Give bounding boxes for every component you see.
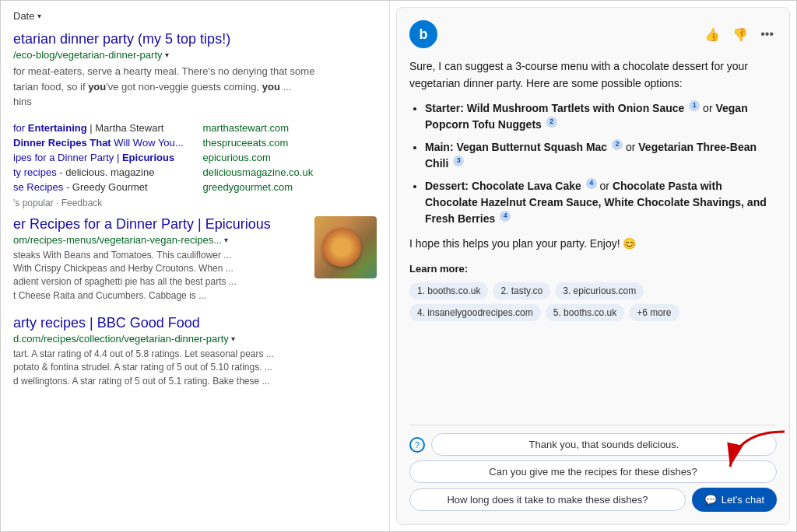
related-link-right-3: deliciousmagazine.co.uk xyxy=(203,166,377,178)
suggestion-button-3[interactable]: How long does it take to make these dish… xyxy=(409,488,686,511)
date-filter-label: Date xyxy=(13,10,34,22)
search-result-2: er Recipes for a Dinner Party | Epicurio… xyxy=(13,216,377,303)
related-links-block: for Entertaining | Martha Stewart martha… xyxy=(13,122,377,208)
chat-icon: 💬 xyxy=(704,494,717,506)
learn-link-2[interactable]: 2. tasty.co xyxy=(493,282,550,299)
lets-chat-label: Let's chat xyxy=(722,494,764,506)
related-link-right-0: marthastewart.com xyxy=(203,122,377,134)
related-link-left-3[interactable]: ty recipes - delicious. magazine xyxy=(13,166,188,178)
related-link-left-1[interactable]: Dinner Recipes That Will Wow You... xyxy=(13,137,188,149)
bing-action-buttons: 👍 👎 ••• xyxy=(701,26,777,44)
result-2-snippets: steaks With Beans and Tomatoes. This cau… xyxy=(13,249,305,303)
result-2-url[interactable]: om/recipes-menus/vegetarian-vegan-recipe… xyxy=(13,234,305,246)
related-link-left-0[interactable]: for Entertaining | Martha Stewart xyxy=(13,122,188,134)
result-1-url[interactable]: /eco-blog/vegetarian-dinner-party ▾ xyxy=(13,49,377,61)
url-arrow-icon: ▾ xyxy=(165,51,169,59)
learn-more-section: Learn more: 1. booths.co.uk 2. tasty.co … xyxy=(409,261,777,321)
suggestions-section: ? Thank you, that sounds delicious. Can … xyxy=(409,425,777,512)
ai-list-item-main: Main: Vegan Butternut Squash Mac 2 or Ve… xyxy=(425,139,777,172)
suggestion-button-1[interactable]: Thank you, that sounds delicious. xyxy=(431,433,777,456)
date-filter[interactable]: Date ▾ xyxy=(13,10,377,22)
ai-intro-text: Sure, I can suggest a 3-course menu with… xyxy=(409,58,777,93)
search-result-3: arty recipes | BBC Good Food d.com/recip… xyxy=(13,315,377,388)
url-arrow-3-icon: ▾ xyxy=(231,334,235,343)
result-2-image xyxy=(314,216,377,278)
related-link-right-2: epicurious.com xyxy=(203,152,377,163)
ai-menu-list: Starter: Wild Mushroom Tartlets with Oni… xyxy=(409,100,777,227)
url-arrow-2-icon: ▾ xyxy=(224,236,228,244)
thumbs-up-button[interactable]: 👍 xyxy=(701,26,723,44)
ref-4[interactable]: 3 xyxy=(453,156,464,166)
ref-2[interactable]: 2 xyxy=(546,117,557,128)
result-3-snippets: tart. A star rating of 4.4 out of 5.8 ra… xyxy=(13,348,377,388)
learn-link-5[interactable]: 5. booths.co.uk xyxy=(546,304,624,321)
chevron-down-icon: ▾ xyxy=(37,12,41,20)
related-link-left-4[interactable]: se Recipes - Greedy Gourmet xyxy=(13,181,188,193)
learn-link-more[interactable]: +6 more xyxy=(629,304,679,321)
result-2-text: er Recipes for a Dinner Party | Epicurio… xyxy=(13,216,305,303)
learn-more-links: 1. booths.co.uk 2. tasty.co 3. epicuriou… xyxy=(409,282,777,321)
related-link-right-4: greedygourmet.com xyxy=(203,181,377,193)
result-3-title[interactable]: arty recipes | BBC Good Food xyxy=(13,315,377,331)
question-icon-1: ? xyxy=(409,437,425,453)
related-grid: for Entertaining | Martha Stewart martha… xyxy=(13,122,377,193)
ref-1[interactable]: 1 xyxy=(689,100,700,111)
ref-3[interactable]: 2 xyxy=(612,139,623,150)
ai-list-item-dessert: Dessert: Chocolate Lava Cake 4 or Chocol… xyxy=(425,178,777,227)
learn-link-3[interactable]: 3. epicurious.com xyxy=(555,282,644,299)
related-link-left-2[interactable]: ipes for a Dinner Party | Epicurious xyxy=(13,152,188,163)
ref-6[interactable]: 4 xyxy=(500,211,511,222)
related-link-right-1: thespruceeats.com xyxy=(203,137,377,149)
result-1-title[interactable]: etarian dinner party (my 5 top tips!) xyxy=(13,31,377,47)
result-1-snippet: for meat-eaters, serve a hearty meal. Th… xyxy=(13,64,377,110)
lets-chat-button[interactable]: 💬 Let's chat xyxy=(692,488,777,512)
ai-list-item-starter: Starter: Wild Mushroom Tartlets with Oni… xyxy=(425,100,777,133)
search-results-panel: Date ▾ etarian dinner party (my 5 top ti… xyxy=(1,1,390,531)
search-result-1: etarian dinner party (my 5 top tips!) /e… xyxy=(13,31,377,110)
more-options-button[interactable]: ••• xyxy=(757,26,777,43)
food-thumbnail xyxy=(314,216,377,278)
bing-logo: b xyxy=(409,20,437,48)
suggestion-button-2[interactable]: Can you give me the recipes for these di… xyxy=(409,460,777,483)
bing-ai-panel: b 👍 👎 ••• Sure, I can suggest a 3-course… xyxy=(396,7,790,525)
thumbs-down-button[interactable]: 👎 xyxy=(729,26,751,44)
result-2-title[interactable]: er Recipes for a Dinner Party | Epicurio… xyxy=(13,216,305,233)
ref-5[interactable]: 4 xyxy=(586,178,597,189)
suggestion-row-2: Can you give me the recipes for these di… xyxy=(409,460,777,483)
ai-response-content: Sure, I can suggest a 3-course menu with… xyxy=(409,58,777,425)
feedback-text[interactable]: 's popular · Feedback xyxy=(13,198,377,208)
suggestion-row-3: How long does it take to make these dish… xyxy=(409,488,777,512)
bing-header: b 👍 👎 ••• xyxy=(409,20,777,48)
learn-more-label: Learn more: xyxy=(409,261,777,278)
learn-link-1[interactable]: 1. booths.co.uk xyxy=(409,282,488,299)
result-3-url[interactable]: d.com/recipes/collection/vegetarian-dinn… xyxy=(13,333,377,345)
learn-link-4[interactable]: 4. insanelygoodrecipes.com xyxy=(409,304,541,321)
ai-closing-text: I hope this helps you plan your party. E… xyxy=(409,235,777,252)
suggestion-row-1: ? Thank you, that sounds delicious. xyxy=(409,433,777,456)
